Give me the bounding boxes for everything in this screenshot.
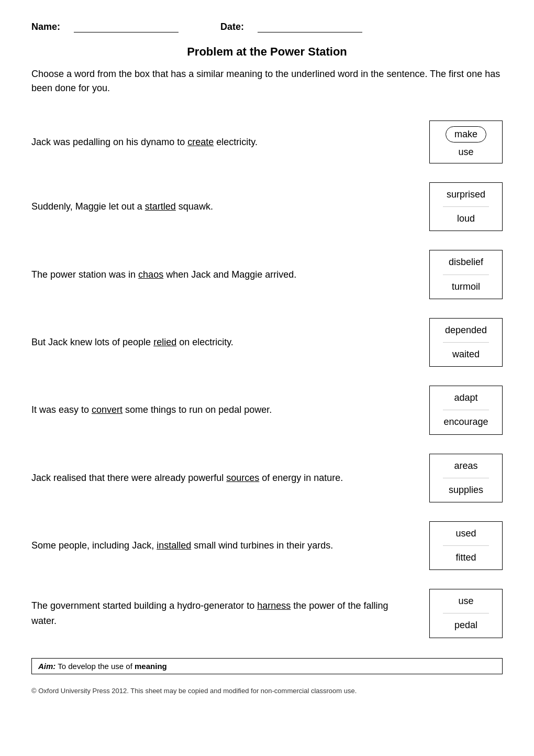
word-box-6: areas supplies bbox=[429, 454, 503, 502]
exercise-row-6: Jack realised that there were already po… bbox=[31, 444, 503, 512]
exercise-row-1: Jack was pedalling on his dynamo to crea… bbox=[31, 111, 503, 173]
aim-text: To develop the use of bbox=[58, 662, 135, 671]
word-box-2: surprised loud bbox=[429, 182, 503, 231]
instructions: Choose a word from the box that has a si… bbox=[31, 67, 503, 95]
word-box-7-word-2: fitted bbox=[455, 551, 476, 564]
sentence-7: Some people, including Jack, installed s… bbox=[31, 538, 429, 553]
name-line bbox=[74, 21, 179, 32]
sentence-8: The government started building a hydro-… bbox=[31, 598, 429, 629]
word-box-8: use pedal bbox=[429, 589, 503, 638]
word-box-3: disbelief turmoil bbox=[429, 250, 503, 299]
word-box-1: make use bbox=[429, 120, 503, 163]
aim-label: Aim: bbox=[38, 662, 55, 671]
exercise-row-8: The government started building a hydro-… bbox=[31, 579, 503, 647]
date-line bbox=[258, 21, 362, 32]
sentence-3: The power station was in chaos when Jack… bbox=[31, 267, 429, 282]
exercise-row-7: Some people, including Jack, installed s… bbox=[31, 512, 503, 579]
sentence-4: But Jack knew lots of people relied on e… bbox=[31, 335, 429, 350]
word-box-2-word-1: surprised bbox=[447, 188, 485, 201]
word-box-6-word-2: supplies bbox=[449, 484, 483, 497]
exercise-row-4: But Jack knew lots of people relied on e… bbox=[31, 309, 503, 376]
word-box-7: used fitted bbox=[429, 521, 503, 570]
aim-bar: Aim: To develop the use of meaning bbox=[31, 658, 503, 674]
word-box-4-word-1: depended bbox=[445, 324, 487, 337]
name-label: Name: bbox=[31, 21, 60, 32]
exercise-row-3: The power station was in chaos when Jack… bbox=[31, 240, 503, 308]
word-box-6-word-1: areas bbox=[454, 459, 477, 473]
word-box-8-word-2: pedal bbox=[454, 619, 477, 632]
word-box-3-word-2: turmoil bbox=[452, 280, 480, 293]
word-box-5: adapt encourage bbox=[429, 386, 503, 434]
word-box-2-word-2: loud bbox=[457, 212, 475, 225]
word-box-4: depended waited bbox=[429, 318, 503, 367]
word-box-1-word-1: make bbox=[446, 126, 486, 143]
word-box-5-word-2: encourage bbox=[443, 415, 488, 429]
word-box-7-word-1: used bbox=[455, 527, 476, 540]
word-box-3-word-1: disbelief bbox=[449, 256, 483, 269]
word-box-8-word-1: use bbox=[458, 595, 473, 608]
aim-bold-text: meaning bbox=[135, 662, 167, 671]
exercise-area: Jack was pedalling on his dynamo to crea… bbox=[31, 111, 503, 648]
word-box-5-word-1: adapt bbox=[454, 391, 477, 404]
sentence-2: Suddenly, Maggie let out a startled squa… bbox=[31, 199, 429, 214]
exercise-row-5: It was easy to convert some things to ru… bbox=[31, 376, 503, 444]
sentence-5: It was easy to convert some things to ru… bbox=[31, 402, 429, 418]
word-box-4-word-2: waited bbox=[452, 348, 480, 361]
sentence-6: Jack realised that there were already po… bbox=[31, 470, 429, 486]
date-label: Date: bbox=[220, 21, 244, 32]
copyright: © Oxford University Press 2012. This she… bbox=[31, 687, 503, 695]
header-row: Name: Date: bbox=[31, 21, 503, 32]
exercise-row-2: Suddenly, Maggie let out a startled squa… bbox=[31, 173, 503, 240]
page-title: Problem at the Power Station bbox=[31, 45, 503, 59]
sentence-1: Jack was pedalling on his dynamo to crea… bbox=[31, 135, 429, 150]
word-box-1-word-2: use bbox=[458, 147, 473, 158]
